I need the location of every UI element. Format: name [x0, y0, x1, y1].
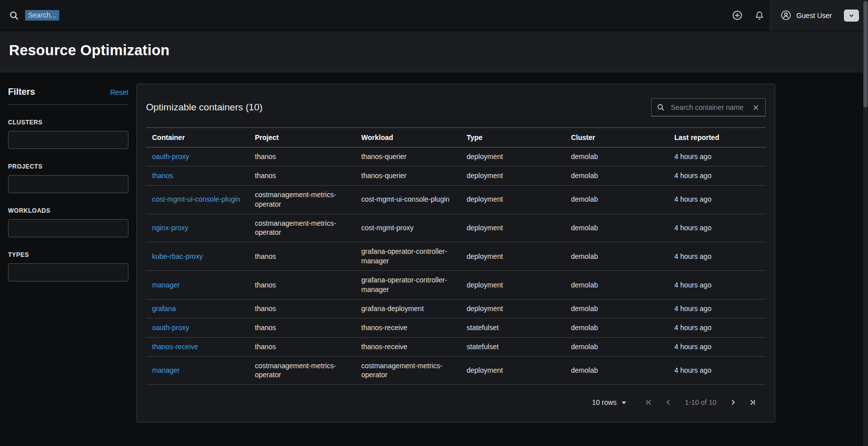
container-link[interactable]: nginx-proxy [152, 224, 188, 232]
pagination: 10 rows 1-10 of 10 [137, 385, 775, 415]
container-cell: cost-mgmt-ui-console-plugin [146, 185, 249, 214]
project-cell: thanos [249, 147, 355, 167]
filter-group-clusters: CLUSTERS [8, 119, 128, 149]
scrollbar-thumb[interactable] [863, 1, 867, 107]
container-link[interactable]: thanos [152, 172, 173, 180]
search-icon [657, 103, 665, 111]
filter-label-types: TYPES [8, 251, 128, 258]
container-link[interactable]: oauth-proxy [152, 324, 189, 332]
container-search-input[interactable] [670, 103, 747, 112]
rows-per-page-label: 10 rows [592, 398, 617, 406]
create-button[interactable] [726, 0, 748, 31]
table-row: kube-rbac-proxy thanos grafana-operator-… [146, 242, 766, 271]
clusters-filter-input[interactable] [8, 131, 128, 149]
container-link[interactable]: cost-mgmt-ui-console-plugin [152, 195, 240, 203]
next-page-button[interactable] [724, 395, 743, 410]
caret-down-icon [621, 400, 627, 405]
global-search-selected-text[interactable]: Search... [25, 10, 59, 21]
project-cell: costmanagement-metrics-operator [249, 356, 355, 385]
plus-circle-icon [732, 10, 743, 21]
global-search-field[interactable]: Search... [9, 10, 59, 21]
chevron-right-icon [729, 398, 737, 406]
table-row: thanos-receive thanos thanos-receive sta… [146, 337, 766, 356]
workload-cell: grafana-deployment [355, 299, 461, 318]
workloads-filter-input[interactable] [8, 219, 128, 237]
last-reported-cell: 4 hours ago [668, 271, 766, 300]
workload-cell: grafana-operator-controller-manager [355, 242, 461, 271]
container-search-field[interactable] [651, 98, 766, 116]
search-icon [9, 11, 19, 21]
type-cell: deployment [461, 185, 565, 214]
cluster-cell: demolab [565, 214, 668, 242]
rows-per-page-select[interactable]: 10 rows [592, 398, 627, 406]
types-filter-input[interactable] [8, 263, 128, 281]
workload-cell: thanos-receive [355, 318, 461, 337]
notifications-button[interactable] [748, 0, 770, 31]
filter-group-projects: PROJECTS [8, 163, 128, 193]
table-row: oauth-proxy thanos thanos-querier deploy… [146, 147, 766, 167]
container-cell: thanos [146, 166, 249, 185]
type-cell: statefulset [461, 337, 565, 356]
filter-label-projects: PROJECTS [8, 163, 128, 170]
type-cell: deployment [461, 299, 565, 318]
filters-title: Filters [8, 87, 35, 97]
table-row: nginx-proxy costmanagement-metrics-opera… [146, 214, 766, 242]
cluster-cell: demolab [565, 166, 668, 185]
cluster-cell: demolab [565, 299, 668, 318]
container-cell: thanos-receive [146, 337, 249, 356]
last-reported-cell: 4 hours ago [668, 147, 766, 167]
workload-cell: grafana-operator-controller-manager [355, 271, 461, 300]
type-cell: deployment [461, 214, 565, 242]
project-cell: thanos [249, 242, 355, 271]
filters-divider [8, 104, 128, 105]
column-header-container: Container [146, 128, 249, 147]
container-link[interactable]: thanos-receive [152, 343, 198, 351]
container-link[interactable]: manager [152, 366, 180, 374]
pagination-range-label: 1-10 of 10 [685, 398, 716, 406]
column-header-last-reported: Last reported [668, 128, 766, 147]
container-cell: kube-rbac-proxy [146, 242, 249, 271]
previous-page-button[interactable] [659, 395, 678, 410]
chevron-down-icon [848, 12, 855, 19]
container-link[interactable]: manager [152, 281, 180, 289]
container-cell: manager [146, 356, 249, 385]
user-menu-toggle[interactable] [844, 10, 859, 22]
type-cell: deployment [461, 166, 565, 185]
project-cell: thanos [249, 299, 355, 318]
container-link[interactable]: grafana [152, 305, 176, 313]
clear-search-button[interactable] [752, 103, 760, 112]
type-cell: deployment [461, 271, 565, 300]
last-reported-cell: 4 hours ago [668, 337, 766, 356]
first-page-icon [645, 398, 653, 406]
project-cell: thanos [249, 318, 355, 337]
cluster-cell: demolab [565, 271, 668, 300]
last-page-button[interactable] [743, 395, 762, 410]
container-link[interactable]: oauth-proxy [152, 153, 189, 161]
filters-reset-link[interactable]: Reset [110, 88, 128, 96]
workload-cell: thanos-receive [355, 337, 461, 356]
card-title: Optimizable containers (10) [146, 102, 262, 113]
filter-group-types: TYPES [8, 251, 128, 281]
user-menu[interactable]: Guest User [771, 0, 868, 31]
close-icon [753, 104, 759, 111]
last-reported-cell: 4 hours ago [668, 214, 766, 242]
container-link[interactable]: kube-rbac-proxy [152, 252, 203, 260]
filter-group-workloads: WORKLOADS [8, 207, 128, 237]
table-row: thanos thanos thanos-querier deployment … [146, 166, 766, 185]
project-cell: thanos [249, 337, 355, 356]
table-row: oauth-proxy thanos thanos-receive statef… [146, 318, 766, 337]
page-header: Resource Optimization [0, 31, 868, 72]
container-cell: oauth-proxy [146, 318, 249, 337]
first-page-button[interactable] [640, 395, 659, 410]
last-page-icon [748, 398, 756, 406]
projects-filter-input[interactable] [8, 175, 128, 193]
workload-cell: cost-mgmt-ui-console-plugin [355, 185, 461, 214]
last-reported-cell: 4 hours ago [668, 299, 766, 318]
column-header-type: Type [461, 128, 565, 147]
cluster-cell: demolab [565, 318, 668, 337]
vertical-scrollbar[interactable] [863, 0, 868, 446]
project-cell: thanos [249, 271, 355, 300]
filter-label-clusters: CLUSTERS [8, 119, 128, 126]
type-cell: deployment [461, 242, 565, 271]
column-header-workload: Workload [355, 128, 461, 147]
